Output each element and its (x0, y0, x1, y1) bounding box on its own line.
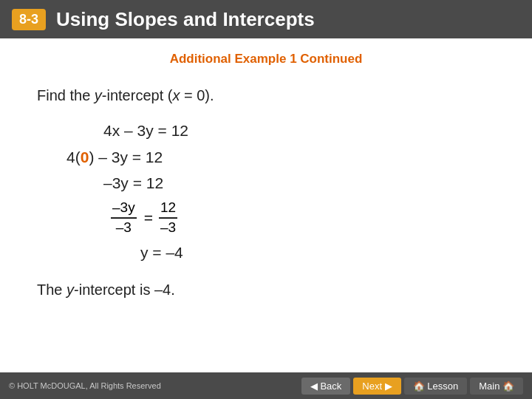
find-x: x (172, 87, 180, 103)
conclusion: The y-intercept is –4. (37, 282, 495, 299)
left-fraction: –3y –3 (111, 200, 137, 236)
lesson-button[interactable]: 🏠 Lesson (404, 378, 468, 395)
denominator-left: –3 (116, 219, 132, 236)
back-button[interactable]: ◀ Back (301, 378, 351, 395)
main-content: Find the y-intercept (x = 0). 4x – 3y = … (0, 74, 532, 306)
find-condition: = 0). (180, 87, 214, 103)
numerator-right: 12 (159, 200, 177, 219)
equals-sign: = (144, 209, 153, 227)
next-button[interactable]: Next ▶ (353, 378, 400, 395)
subheader-text: Additional Example 1 Continued (170, 52, 363, 66)
footer: © HOLT McDOUGAL, All Rights Reserved ◀ B… (0, 372, 532, 399)
footer-nav: ◀ Back Next ▶ 🏠 Lesson Main 🏠 (301, 378, 523, 395)
subheader: Additional Example 1 Continued (0, 52, 532, 66)
math-line-1: 4x – 3y = 12 (103, 117, 495, 144)
numerator-left: –3y (111, 200, 137, 219)
denominator-right: –3 (160, 219, 176, 236)
math-line-5: y = –4 (140, 239, 495, 266)
fraction-row: –3y –3 = 12 –3 (111, 200, 495, 236)
header-title: Using Slopes and Intercepts (56, 8, 315, 31)
lesson-badge: 8-3 (12, 9, 46, 30)
conclusion-var: y (66, 282, 74, 298)
math-line-2: 4(0) – 3y = 12 (66, 144, 495, 171)
header: 8-3 Using Slopes and Intercepts (0, 0, 532, 38)
find-var: y (95, 87, 102, 103)
math-block: 4x – 3y = 12 4(0) – 3y = 12 –3y = 12 –3y… (59, 117, 495, 265)
zero-highlight: 0 (81, 144, 89, 171)
find-label: Find the (37, 87, 95, 103)
right-fraction: 12 –3 (159, 200, 177, 236)
math-line-3: –3y = 12 (103, 170, 495, 197)
copyright-text: © HOLT McDOUGAL, All Rights Reserved (9, 381, 161, 390)
find-suffix: -intercept ( (102, 87, 173, 103)
main-button[interactable]: Main 🏠 (470, 378, 523, 395)
find-description: Find the y-intercept (x = 0). (37, 87, 495, 104)
